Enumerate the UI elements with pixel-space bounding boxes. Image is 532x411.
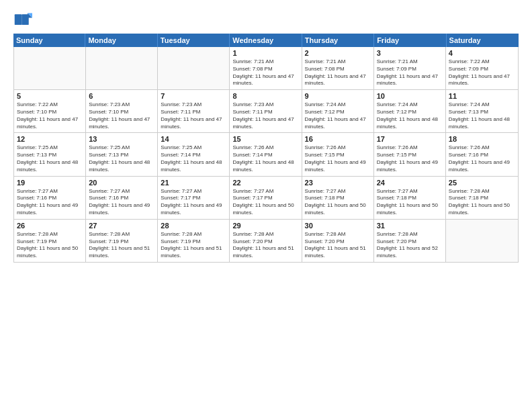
day-info: Sunrise: 7:21 AM Sunset: 7:08 PM Dayligh…	[305, 58, 371, 87]
day-info: Sunrise: 7:26 AM Sunset: 7:15 PM Dayligh…	[377, 144, 443, 173]
day-number: 11	[449, 92, 515, 100]
weekday-header: Monday	[85, 34, 157, 47]
logo	[13, 11, 35, 30]
weekday-header: Friday	[374, 34, 446, 47]
calendar-cell: 1Sunrise: 7:21 AM Sunset: 7:08 PM Daylig…	[230, 47, 302, 89]
calendar-cell: 28Sunrise: 7:28 AM Sunset: 7:19 PM Dayli…	[158, 220, 230, 262]
day-number: 14	[161, 135, 226, 143]
day-info: Sunrise: 7:28 AM Sunset: 7:20 PM Dayligh…	[305, 231, 371, 260]
day-info: Sunrise: 7:24 AM Sunset: 7:13 PM Dayligh…	[449, 101, 515, 130]
calendar-cell: 24Sunrise: 7:27 AM Sunset: 7:18 PM Dayli…	[374, 177, 446, 219]
day-info: Sunrise: 7:28 AM Sunset: 7:18 PM Dayligh…	[449, 188, 515, 217]
day-number: 30	[305, 222, 371, 230]
day-info: Sunrise: 7:27 AM Sunset: 7:16 PM Dayligh…	[17, 188, 83, 217]
day-info: Sunrise: 7:23 AM Sunset: 7:11 PM Dayligh…	[161, 101, 226, 130]
calendar-cell: 17Sunrise: 7:26 AM Sunset: 7:15 PM Dayli…	[374, 133, 446, 175]
calendar-week-row: 19Sunrise: 7:27 AM Sunset: 7:16 PM Dayli…	[14, 177, 518, 220]
weekday-header: Sunday	[13, 34, 85, 47]
day-number: 21	[161, 179, 226, 187]
svg-rect-1	[15, 14, 22, 25]
calendar-cell: 25Sunrise: 7:28 AM Sunset: 7:18 PM Dayli…	[446, 177, 518, 219]
day-info: Sunrise: 7:22 AM Sunset: 7:10 PM Dayligh…	[17, 101, 83, 130]
calendar-cell: 10Sunrise: 7:24 AM Sunset: 7:12 PM Dayli…	[374, 90, 446, 132]
day-info: Sunrise: 7:27 AM Sunset: 7:17 PM Dayligh…	[232, 188, 298, 217]
calendar-cell: 8Sunrise: 7:23 AM Sunset: 7:11 PM Daylig…	[230, 90, 302, 132]
calendar-cell	[14, 47, 86, 89]
day-number: 3	[377, 49, 443, 57]
day-number: 15	[232, 135, 298, 143]
calendar-cell	[446, 220, 518, 262]
day-number: 10	[377, 92, 443, 100]
day-info: Sunrise: 7:26 AM Sunset: 7:16 PM Dayligh…	[449, 144, 515, 173]
calendar-cell: 27Sunrise: 7:28 AM Sunset: 7:19 PM Dayli…	[86, 220, 158, 262]
calendar-cell: 23Sunrise: 7:27 AM Sunset: 7:18 PM Dayli…	[302, 177, 374, 219]
day-number: 1	[232, 49, 298, 57]
day-info: Sunrise: 7:26 AM Sunset: 7:15 PM Dayligh…	[305, 144, 371, 173]
day-number: 19	[17, 179, 83, 187]
page: SundayMondayTuesdayWednesdayThursdayFrid…	[0, 0, 532, 411]
weekday-header: Tuesday	[158, 34, 230, 47]
day-info: Sunrise: 7:25 AM Sunset: 7:14 PM Dayligh…	[161, 144, 226, 173]
day-info: Sunrise: 7:21 AM Sunset: 7:08 PM Dayligh…	[232, 58, 298, 87]
calendar-cell: 9Sunrise: 7:24 AM Sunset: 7:12 PM Daylig…	[302, 90, 374, 132]
calendar-cell: 20Sunrise: 7:27 AM Sunset: 7:16 PM Dayli…	[86, 177, 158, 219]
day-number: 24	[377, 179, 443, 187]
calendar-body: 1Sunrise: 7:21 AM Sunset: 7:08 PM Daylig…	[13, 47, 519, 263]
weekday-header: Wednesday	[230, 34, 302, 47]
day-number: 2	[305, 49, 371, 57]
calendar-cell: 22Sunrise: 7:27 AM Sunset: 7:17 PM Dayli…	[230, 177, 302, 219]
calendar-cell: 26Sunrise: 7:28 AM Sunset: 7:19 PM Dayli…	[14, 220, 86, 262]
day-info: Sunrise: 7:27 AM Sunset: 7:18 PM Dayligh…	[377, 188, 443, 217]
calendar-cell: 6Sunrise: 7:23 AM Sunset: 7:10 PM Daylig…	[86, 90, 158, 132]
calendar-cell: 2Sunrise: 7:21 AM Sunset: 7:08 PM Daylig…	[302, 47, 374, 89]
day-info: Sunrise: 7:25 AM Sunset: 7:13 PM Dayligh…	[17, 144, 83, 173]
calendar-cell: 11Sunrise: 7:24 AM Sunset: 7:13 PM Dayli…	[446, 90, 518, 132]
day-number: 5	[17, 92, 83, 100]
day-info: Sunrise: 7:24 AM Sunset: 7:12 PM Dayligh…	[305, 101, 371, 130]
day-number: 27	[89, 222, 154, 230]
day-info: Sunrise: 7:21 AM Sunset: 7:09 PM Dayligh…	[377, 58, 443, 87]
day-info: Sunrise: 7:28 AM Sunset: 7:20 PM Dayligh…	[232, 231, 298, 260]
calendar-week-row: 12Sunrise: 7:25 AM Sunset: 7:13 PM Dayli…	[14, 133, 518, 176]
calendar-cell: 14Sunrise: 7:25 AM Sunset: 7:14 PM Dayli…	[158, 133, 230, 175]
weekday-header: Thursday	[302, 34, 374, 47]
calendar-cell: 7Sunrise: 7:23 AM Sunset: 7:11 PM Daylig…	[158, 90, 230, 132]
calendar-cell: 31Sunrise: 7:28 AM Sunset: 7:20 PM Dayli…	[374, 220, 446, 262]
logo-icon	[13, 11, 32, 30]
day-info: Sunrise: 7:23 AM Sunset: 7:11 PM Dayligh…	[232, 101, 298, 130]
calendar-cell: 13Sunrise: 7:25 AM Sunset: 7:13 PM Dayli…	[86, 133, 158, 175]
day-info: Sunrise: 7:28 AM Sunset: 7:19 PM Dayligh…	[161, 231, 226, 260]
day-number: 13	[89, 135, 154, 143]
day-number: 23	[305, 179, 371, 187]
day-number: 7	[161, 92, 226, 100]
calendar-week-row: 5Sunrise: 7:22 AM Sunset: 7:10 PM Daylig…	[14, 90, 518, 133]
calendar-cell: 5Sunrise: 7:22 AM Sunset: 7:10 PM Daylig…	[14, 90, 86, 132]
day-number: 18	[449, 135, 515, 143]
day-number: 28	[161, 222, 226, 230]
day-number: 8	[232, 92, 298, 100]
day-number: 25	[449, 179, 515, 187]
day-info: Sunrise: 7:26 AM Sunset: 7:14 PM Dayligh…	[232, 144, 298, 173]
day-info: Sunrise: 7:24 AM Sunset: 7:12 PM Dayligh…	[377, 101, 443, 130]
calendar-cell: 21Sunrise: 7:27 AM Sunset: 7:17 PM Dayli…	[158, 177, 230, 219]
day-info: Sunrise: 7:27 AM Sunset: 7:17 PM Dayligh…	[161, 188, 226, 217]
calendar-week-row: 26Sunrise: 7:28 AM Sunset: 7:19 PM Dayli…	[14, 220, 518, 262]
calendar: SundayMondayTuesdayWednesdayThursdayFrid…	[13, 34, 519, 403]
day-number: 16	[305, 135, 371, 143]
day-number: 6	[89, 92, 154, 100]
day-info: Sunrise: 7:22 AM Sunset: 7:09 PM Dayligh…	[449, 58, 515, 87]
calendar-cell: 12Sunrise: 7:25 AM Sunset: 7:13 PM Dayli…	[14, 133, 86, 175]
calendar-cell: 15Sunrise: 7:26 AM Sunset: 7:14 PM Dayli…	[230, 133, 302, 175]
calendar-week-row: 1Sunrise: 7:21 AM Sunset: 7:08 PM Daylig…	[14, 47, 518, 90]
day-info: Sunrise: 7:28 AM Sunset: 7:20 PM Dayligh…	[377, 231, 443, 260]
day-info: Sunrise: 7:27 AM Sunset: 7:16 PM Dayligh…	[89, 188, 154, 217]
calendar-cell: 29Sunrise: 7:28 AM Sunset: 7:20 PM Dayli…	[230, 220, 302, 262]
weekday-header: Saturday	[447, 34, 519, 47]
day-number: 9	[305, 92, 371, 100]
day-info: Sunrise: 7:23 AM Sunset: 7:10 PM Dayligh…	[89, 101, 154, 130]
day-number: 31	[377, 222, 443, 230]
day-number: 20	[89, 179, 154, 187]
calendar-header: SundayMondayTuesdayWednesdayThursdayFrid…	[13, 34, 519, 47]
calendar-cell: 18Sunrise: 7:26 AM Sunset: 7:16 PM Dayli…	[446, 133, 518, 175]
calendar-cell: 19Sunrise: 7:27 AM Sunset: 7:16 PM Dayli…	[14, 177, 86, 219]
